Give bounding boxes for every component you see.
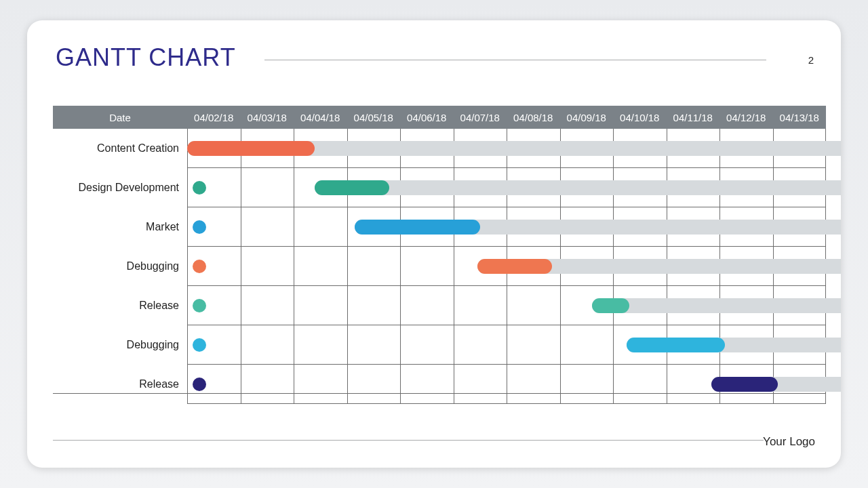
task-dot-icon	[193, 260, 206, 273]
gantt-row: Market	[53, 207, 826, 247]
slide: GANTT CHART 2 Date 04/02/1804/03/1804/04…	[27, 20, 841, 468]
date-header: 04/02/18	[187, 112, 241, 123]
task-label: Release	[53, 300, 187, 312]
task-bar	[592, 298, 629, 313]
date-header: 04/08/18	[507, 112, 560, 123]
date-header: 04/09/18	[560, 112, 614, 123]
task-dot-icon	[193, 299, 206, 312]
task-bar	[187, 141, 315, 156]
chart-bottom-rule	[53, 393, 826, 394]
header-date-label: Date	[53, 112, 187, 123]
task-label: Release	[53, 378, 187, 390]
task-label: Debugging	[53, 260, 187, 272]
gantt-row: Content Creation	[53, 129, 826, 168]
date-header: 04/11/18	[667, 112, 720, 123]
task-label: Market	[53, 221, 187, 233]
gantt-row: Release	[53, 286, 826, 325]
task-bar	[627, 338, 725, 352]
gantt-row: Debugging	[53, 325, 826, 365]
task-label: Design Development	[53, 182, 187, 194]
task-bar	[477, 259, 552, 274]
task-dot-icon	[193, 338, 206, 352]
task-track	[592, 298, 841, 313]
page-title: GANTT CHART	[56, 43, 236, 72]
task-dot-icon	[193, 181, 206, 195]
task-dot-icon	[193, 220, 206, 234]
title-rule	[264, 60, 766, 60]
gantt-row: Release	[53, 365, 826, 404]
date-header: 04/07/18	[454, 112, 507, 123]
date-header: 04/12/18	[719, 112, 773, 123]
date-header: 04/04/18	[294, 112, 347, 123]
gantt-header: Date 04/02/1804/03/1804/04/1804/05/1804/…	[53, 106, 826, 129]
task-dot-icon	[193, 378, 206, 391]
gantt-chart: Date 04/02/1804/03/1804/04/1804/05/1804/…	[53, 106, 826, 404]
task-track	[315, 180, 841, 195]
page-number: 2	[808, 54, 814, 66]
task-bar	[711, 377, 778, 392]
date-header: 04/03/18	[241, 112, 294, 123]
date-header: 04/10/18	[613, 112, 667, 123]
footer-rule	[53, 440, 764, 441]
task-label: Content Creation	[53, 142, 187, 155]
task-bar	[355, 220, 479, 235]
date-header: 04/05/18	[347, 112, 401, 123]
gantt-row: Design Development	[53, 168, 826, 207]
task-bar	[315, 180, 389, 195]
date-header: 04/06/18	[400, 112, 454, 123]
footer-logo: Your Logo	[763, 435, 815, 449]
gantt-row: Debugging	[53, 247, 826, 286]
date-header: 04/13/18	[773, 112, 827, 123]
task-label: Debugging	[53, 339, 187, 351]
